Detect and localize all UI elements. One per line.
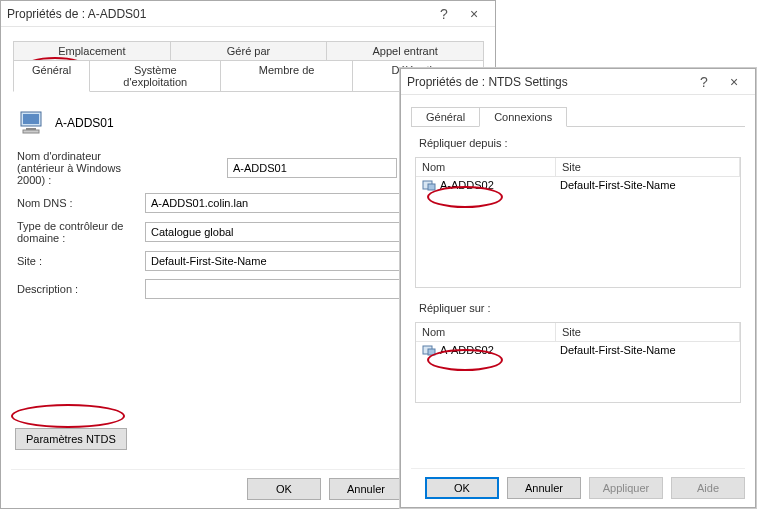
replicate-to-list: Nom Site A-ADDS02 Default-First-Site-Nam… xyxy=(415,322,741,403)
tab-systeme[interactable]: Système d'exploitation xyxy=(89,60,221,91)
input-prewin-name[interactable] xyxy=(227,158,397,178)
dialog-buttons: OK Annuler Appliquer Aide xyxy=(411,468,745,499)
label-dns: Nom DNS : xyxy=(17,197,145,209)
tab-membre-de[interactable]: Membre de xyxy=(220,60,352,91)
close-button[interactable]: × xyxy=(459,6,489,22)
help-button-footer[interactable]: Aide xyxy=(671,477,745,499)
label-prewin: Nom d'ordinateur (antérieur à Windows 20… xyxy=(17,150,145,186)
ok-button[interactable]: OK xyxy=(247,478,321,500)
window-title: Propriétés de : A-ADDS01 xyxy=(7,7,429,21)
tab-connexions[interactable]: Connexions xyxy=(479,107,567,127)
close-button[interactable]: × xyxy=(719,74,749,90)
tab-emplacement[interactable]: Emplacement xyxy=(13,41,171,60)
titlebar: Propriétés de : A-ADDS01 ? × xyxy=(1,1,495,27)
ntds-settings-button[interactable]: Paramètres NTDS xyxy=(15,428,127,450)
apply-button[interactable]: Appliquer xyxy=(589,477,663,499)
label-dctype: Type de contrôleur de domaine : xyxy=(17,220,145,244)
server-icon xyxy=(422,179,436,191)
col-header-site[interactable]: Site xyxy=(556,158,740,176)
cancel-button[interactable]: Annuler xyxy=(507,477,581,499)
label-replicate-to: Répliquer sur : xyxy=(419,302,741,314)
col-header-site[interactable]: Site xyxy=(556,323,740,341)
properties-dialog-ntds: Propriétés de : NTDS Settings ? × Généra… xyxy=(400,68,756,508)
titlebar: Propriétés de : NTDS Settings ? × xyxy=(401,69,755,95)
server-name: A-ADDS02 xyxy=(440,344,494,356)
server-icon xyxy=(422,344,436,356)
site-name: Default-First-Site-Name xyxy=(560,179,734,191)
label-description: Description : xyxy=(17,283,145,295)
tab-gere-par[interactable]: Géré par xyxy=(170,41,328,60)
site-name: Default-First-Site-Name xyxy=(560,344,734,356)
svg-rect-3 xyxy=(23,130,39,133)
col-header-name[interactable]: Nom xyxy=(416,158,556,176)
highlight-circle-ntds xyxy=(11,404,125,428)
computer-name-heading: A-ADDS01 xyxy=(55,116,114,130)
col-header-name[interactable]: Nom xyxy=(416,323,556,341)
replicate-from-list: Nom Site A-ADDS02 Default-First-Site-Nam… xyxy=(415,157,741,288)
svg-rect-1 xyxy=(23,114,39,124)
svg-rect-5 xyxy=(428,184,435,190)
list-item[interactable]: A-ADDS02 Default-First-Site-Name xyxy=(416,177,740,193)
computer-icon xyxy=(19,110,47,136)
label-replicate-from: Répliquer depuis : xyxy=(419,137,741,149)
window-title: Propriétés de : NTDS Settings xyxy=(407,75,689,89)
tab-general[interactable]: Général xyxy=(411,107,480,126)
help-button[interactable]: ? xyxy=(689,74,719,90)
label-site: Site : xyxy=(17,255,145,267)
svg-rect-7 xyxy=(428,349,435,355)
server-name: A-ADDS02 xyxy=(440,179,494,191)
cancel-button[interactable]: Annuler xyxy=(329,478,403,500)
tab-appel-entrant[interactable]: Appel entrant xyxy=(326,41,484,60)
ok-button[interactable]: OK xyxy=(425,477,499,499)
list-item[interactable]: A-ADDS02 Default-First-Site-Name xyxy=(416,342,740,358)
tab-general[interactable]: Général xyxy=(13,60,90,92)
tab-strip: Général Connexions xyxy=(411,107,745,127)
help-button[interactable]: ? xyxy=(429,6,459,22)
